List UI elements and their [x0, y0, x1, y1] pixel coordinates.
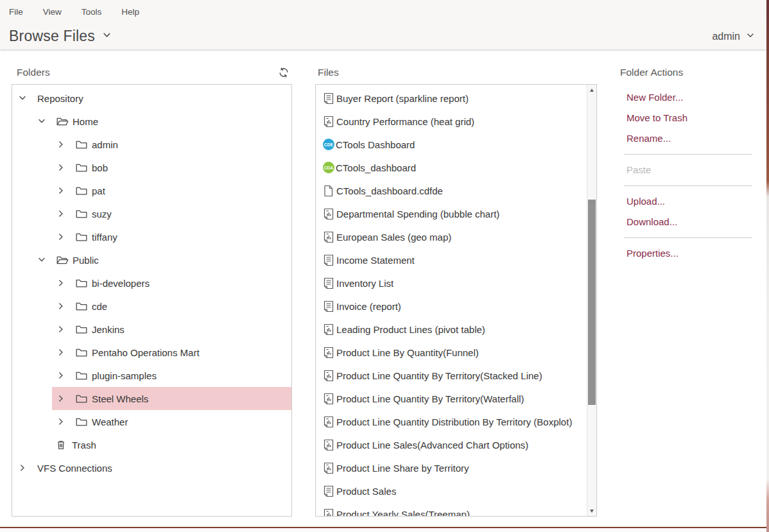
file-item-label: Product Line Quantity By Territory(Stack… — [336, 370, 542, 381]
file-item-income-statement[interactable]: Income Statement — [316, 248, 596, 271]
folder-actions-title: Folder Actions — [620, 67, 683, 78]
chevron-right-icon[interactable] — [56, 325, 65, 334]
file-item-product-line-quantity-distribution-by-territory-boxplot[interactable]: Product Line Quantity Distribution By Te… — [316, 410, 596, 433]
analyzer-icon — [324, 323, 334, 336]
menu-item-tools[interactable]: Tools — [82, 7, 102, 17]
file-icon — [324, 185, 334, 197]
browse-files-chevron-icon[interactable] — [102, 30, 112, 42]
tree-item-plugin-samples[interactable]: plugin-samples — [12, 364, 291, 387]
report-icon — [324, 277, 334, 289]
action-properties[interactable]: Properties... — [620, 243, 752, 264]
files-panel-header: Files — [318, 61, 597, 84]
chevron-down-icon[interactable] — [37, 255, 46, 264]
action-divider — [624, 237, 752, 238]
tree-item-repository[interactable]: Repository — [12, 87, 291, 110]
chevron-right-icon[interactable] — [18, 463, 27, 472]
chevron-right-icon[interactable] — [56, 209, 65, 218]
folder-tree: RepositoryHomeadminbobpatsuzytiffanyPubl… — [12, 84, 292, 517]
file-item-product-line-sales-advanced-chart-options[interactable]: Product Line Sales(Advanced Chart Option… — [316, 433, 596, 456]
file-item-invoice-report[interactable]: Invoice (report) — [316, 295, 596, 318]
file-item-product-line-by-quantity-funnel[interactable]: Product Line By Quantity(Funnel) — [316, 341, 596, 364]
tree-item-bob[interactable]: bob — [12, 156, 291, 179]
tree-item-public[interactable]: Public — [12, 248, 291, 271]
chevron-right-icon[interactable] — [56, 163, 65, 172]
action-upload[interactable]: Upload... — [620, 191, 752, 212]
file-item-ctools-dashboard-cdfde[interactable]: CTools_dashboard.cdfde — [316, 179, 596, 202]
chevron-right-icon[interactable] — [56, 279, 65, 287]
user-menu-chevron-icon[interactable] — [746, 31, 755, 42]
tree-item-pentaho-operations-mart[interactable]: Pentaho Operations Mart — [12, 341, 291, 364]
tree-item-tiffany[interactable]: tiffany — [12, 225, 291, 248]
menu-item-help[interactable]: Help — [121, 7, 139, 17]
tree-item-jenkins[interactable]: Jenkins — [12, 318, 291, 341]
chevron-down-icon[interactable] — [37, 117, 46, 126]
file-item-buyer-report-sparkline-report[interactable]: Buyer Report (sparkline report) — [316, 87, 596, 110]
file-item-country-performance-heat-grid[interactable]: Country Performance (heat grid) — [316, 110, 596, 133]
tree-item-pat[interactable]: pat — [12, 179, 291, 202]
chevron-down-icon[interactable] — [18, 94, 27, 103]
file-item-product-yearly-sales-treemap[interactable]: Product Yearly Sales(Treemap) — [316, 502, 596, 517]
page-title: Browse Files — [9, 28, 95, 45]
tree-item-bi-developers[interactable]: bi-developers — [12, 271, 291, 295]
files-scrollbar[interactable] — [587, 85, 596, 516]
file-item-product-sales[interactable]: Product Sales — [316, 479, 596, 502]
scrollbar-down-icon[interactable] — [587, 506, 596, 516]
tree-item-label: tiffany — [92, 232, 117, 243]
file-item-product-line-share-by-territory[interactable]: Product Line Share by Territory — [316, 456, 596, 479]
file-item-ctools-dashboard[interactable]: CDECTools Dashboard — [316, 133, 596, 156]
tree-item-label: Public — [73, 255, 99, 266]
tree-item-label: admin — [92, 139, 118, 150]
top-chrome: FileViewToolsHelp Browse Files admin — [0, 0, 769, 49]
chevron-right-icon[interactable] — [56, 140, 65, 149]
chevron-right-icon[interactable] — [56, 232, 65, 241]
chevron-right-icon[interactable] — [56, 394, 65, 403]
analyzer-icon — [324, 393, 334, 405]
user-menu[interactable]: admin — [712, 31, 755, 42]
chevron-right-icon[interactable] — [56, 348, 65, 357]
browse-files-menu[interactable]: Browse Files — [9, 28, 112, 45]
file-item-label: CTools Dashboard — [336, 139, 415, 150]
tree-item-suzy[interactable]: suzy — [12, 202, 291, 225]
file-item-label: Leading Product Lines (pivot table) — [336, 324, 485, 335]
file-item-label: Invoice (report) — [336, 301, 401, 312]
chevron-right-icon[interactable] — [56, 302, 65, 311]
file-item-departmental-spending-bubble-chart[interactable]: Departmental Spending (bubble chart) — [316, 202, 596, 225]
file-item-european-sales-geo-map[interactable]: European Sales (geo map) — [316, 225, 596, 248]
file-item-label: Income Statement — [336, 255, 415, 266]
file-item-ctools-dashboard[interactable]: CDACTools_dashboard — [316, 156, 596, 179]
tree-item-cde[interactable]: cde — [12, 295, 291, 318]
chevron-right-icon[interactable] — [56, 417, 65, 426]
action-rename[interactable]: Rename... — [620, 128, 752, 149]
report-icon — [324, 300, 334, 313]
tree-item-weather[interactable]: Weather — [12, 410, 291, 433]
folder-closed-icon — [76, 394, 88, 404]
folders-panel-header: Folders — [17, 61, 292, 84]
scrollbar-thumb[interactable] — [588, 200, 596, 405]
tree-item-admin[interactable]: admin — [12, 133, 291, 156]
chevron-right-icon[interactable] — [56, 186, 65, 195]
scrollbar-up-icon[interactable] — [587, 85, 596, 95]
action-divider — [624, 185, 752, 186]
action-new-folder[interactable]: New Folder... — [620, 87, 752, 108]
menu-item-view[interactable]: View — [43, 7, 62, 17]
action-divider — [624, 154, 752, 155]
analyzer-icon — [324, 208, 334, 220]
trash-icon — [56, 440, 67, 450]
refresh-icon[interactable] — [277, 65, 291, 80]
menu-item-file[interactable]: File — [9, 7, 23, 17]
file-item-label: Product Line Quantity Distribution By Te… — [336, 416, 572, 427]
action-download[interactable]: Download... — [620, 212, 752, 232]
file-item-product-line-quantity-by-territory-stacked-line[interactable]: Product Line Quantity By Territory(Stack… — [316, 364, 596, 387]
action-move-to-trash[interactable]: Move to Trash — [620, 108, 752, 128]
chevron-right-icon[interactable] — [56, 371, 65, 380]
file-item-inventory-list[interactable]: Inventory List — [316, 271, 596, 295]
file-item-leading-product-lines-pivot-table[interactable]: Leading Product Lines (pivot table) — [316, 318, 596, 341]
file-item-label: European Sales (geo map) — [336, 232, 451, 243]
file-item-label: Product Line Quantity By Territory(Water… — [336, 393, 524, 404]
tree-item-trash[interactable]: Trash — [12, 433, 291, 456]
tree-item-steel-wheels[interactable]: Steel Wheels — [12, 387, 291, 410]
tree-item-home[interactable]: Home — [12, 110, 291, 133]
file-item-product-line-quantity-by-territory-waterfall[interactable]: Product Line Quantity By Territory(Water… — [316, 387, 596, 410]
folder-open-icon — [56, 255, 69, 265]
tree-item-vfs-connections[interactable]: VFS Connections — [12, 456, 291, 479]
